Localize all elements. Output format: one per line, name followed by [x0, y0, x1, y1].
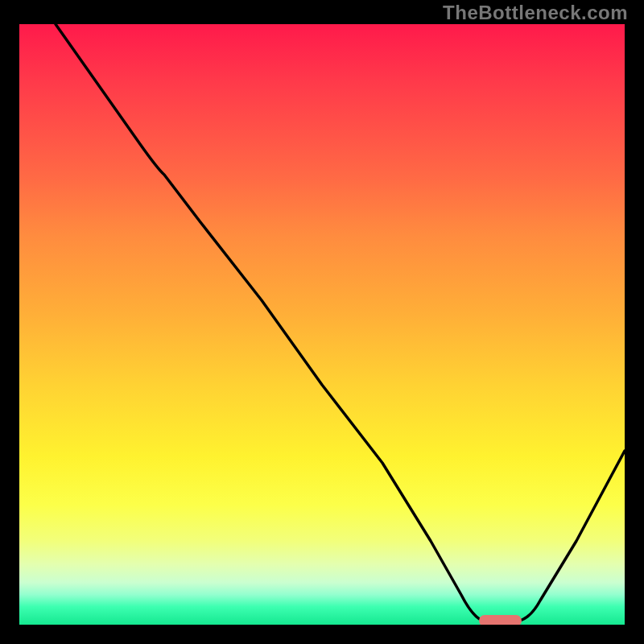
chart-canvas: TheBottleneck.com: [0, 0, 644, 644]
bottleneck-curve: [56, 24, 625, 621]
plot-frame: [16, 21, 628, 628]
curve-svg: [19, 24, 625, 625]
optimal-marker: [479, 615, 522, 626]
